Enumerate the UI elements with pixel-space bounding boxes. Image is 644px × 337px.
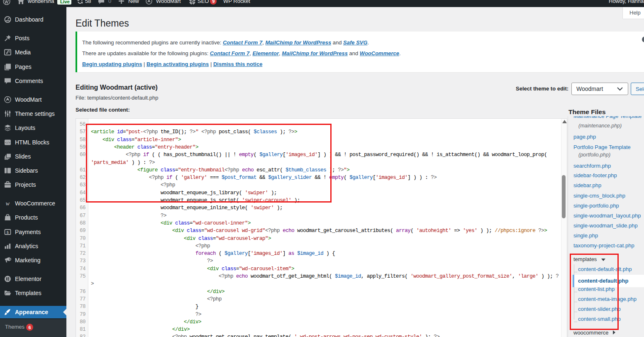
svg-text:</>: </>	[5, 141, 10, 144]
svg-text:w: w	[6, 200, 10, 207]
svg-text:$: $	[7, 230, 9, 234]
